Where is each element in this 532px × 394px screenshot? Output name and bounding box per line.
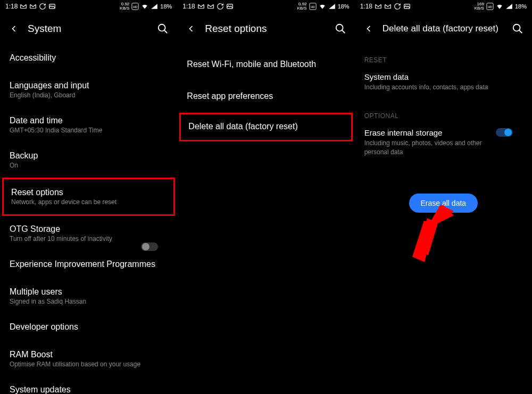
image-icon (48, 3, 56, 10)
status-time: 1:18 (5, 3, 18, 10)
header: Reset options (177, 13, 354, 45)
gmail-icon (20, 3, 27, 10)
gmail-icon (29, 3, 37, 10)
screen-system: 1:18 0.92KB/S HD 1 (0, 0, 177, 394)
volte-icon: HD (486, 3, 494, 10)
settings-item-reset-options[interactable]: Reset options Network, apps or device ca… (2, 178, 175, 216)
volte-icon: HD (131, 3, 139, 10)
settings-item-otg[interactable]: OTG Storage Turn off after 10 minutes of… (10, 216, 168, 251)
volte-icon: HD (309, 3, 317, 10)
settings-item-ram-boost[interactable]: RAM Boost Optimise RAM utilisation based… (10, 341, 168, 376)
battery-percent: 18% (515, 3, 527, 10)
battery-percent: 18% (160, 3, 172, 10)
signal-icon (328, 3, 336, 10)
page-title: System (28, 23, 148, 35)
sync-icon (394, 3, 401, 10)
svg-point-3 (159, 24, 165, 31)
wifi-icon (141, 3, 148, 10)
net-speed: 0.92KB/S (297, 2, 306, 11)
erase-all-data-button[interactable]: Erase all data (409, 194, 478, 213)
factory-reset-content: RESET System data Including accounts inf… (355, 45, 532, 213)
header: System (0, 13, 177, 45)
settings-item-backup[interactable]: Backup On (10, 142, 168, 178)
svg-text:HD: HD (488, 5, 492, 9)
status-time: 1:18 (182, 3, 195, 10)
reset-list: Reset Wi-Fi, mobile and Bluetooth Reset … (177, 45, 354, 141)
settings-item-system-updates[interactable]: System updates (10, 376, 168, 394)
net-speed: 169KB/S (475, 2, 484, 11)
image-icon (403, 3, 411, 10)
gmail-icon (384, 3, 392, 10)
annotation-arrow-icon (401, 205, 454, 263)
page-title: Delete all data (factory reset) (383, 23, 503, 34)
settings-item-accessibility[interactable]: Accessibility (10, 45, 168, 72)
status-bar: 1:18 0.92KB/S HD 1 (0, 0, 177, 13)
otg-toggle[interactable] (141, 242, 158, 251)
reset-item-wifi[interactable]: Reset Wi-Fi, mobile and Bluetooth (187, 45, 345, 81)
search-button[interactable] (335, 23, 346, 35)
signal-icon (151, 3, 158, 10)
screen-factory-reset: 1:18 169KB/S HD 18% Delete all data (fac… (355, 0, 532, 394)
back-button[interactable] (186, 23, 196, 34)
sync-icon (39, 3, 46, 10)
settings-item-multiple-users[interactable]: Multiple users Signed in as Sadiq Hassan (10, 279, 168, 314)
svg-text:HD: HD (134, 5, 138, 9)
status-bar: 1:18 169KB/S HD 18% (355, 0, 532, 13)
svg-text:HD: HD (311, 5, 315, 9)
settings-item-languages[interactable]: Languages and input English (India), Gbo… (10, 72, 168, 107)
back-button[interactable] (363, 23, 374, 34)
status-time: 1:18 (360, 3, 372, 10)
back-button[interactable] (9, 23, 19, 34)
erase-storage-item[interactable]: Erase internal storage Including music, … (364, 125, 522, 157)
gmail-icon (207, 3, 214, 10)
page-title: Reset options (205, 23, 326, 35)
signal-icon (505, 3, 513, 10)
erase-storage-toggle[interactable] (496, 128, 513, 137)
section-reset-label: RESET (364, 45, 522, 69)
wifi-icon (496, 3, 503, 10)
system-data-item: System data Including accounts info, con… (364, 69, 522, 92)
svg-point-11 (513, 24, 520, 31)
header: Delete all data (factory reset) (355, 13, 532, 45)
settings-item-experience[interactable]: Experience Improvement Programmes (10, 251, 168, 279)
settings-item-developer[interactable]: Developer options (10, 314, 168, 341)
battery-percent: 18% (338, 3, 350, 10)
gmail-icon (375, 3, 382, 10)
reset-item-factory-reset[interactable]: Delete all data (factory reset) (179, 113, 352, 141)
wifi-icon (319, 3, 326, 10)
search-button[interactable] (157, 23, 169, 35)
settings-list: Accessibility Languages and input Englis… (0, 45, 177, 394)
svg-point-7 (336, 24, 343, 31)
image-icon (226, 3, 234, 10)
settings-item-date-time[interactable]: Date and time GMT+05:30 India Standard T… (10, 107, 168, 142)
section-optional-label: OPTIONAL (364, 92, 522, 125)
sync-icon (217, 3, 224, 10)
status-bar: 1:18 0.92KB/S HD 18% (177, 0, 354, 13)
gmail-icon (197, 3, 205, 10)
net-speed: 0.92KB/S (120, 2, 129, 11)
reset-item-app-prefs[interactable]: Reset app preferences (187, 81, 345, 113)
search-button[interactable] (512, 23, 523, 35)
screen-reset-options: 1:18 0.92KB/S HD 18% Reset options Reset… (177, 0, 354, 394)
svg-marker-13 (412, 205, 454, 262)
